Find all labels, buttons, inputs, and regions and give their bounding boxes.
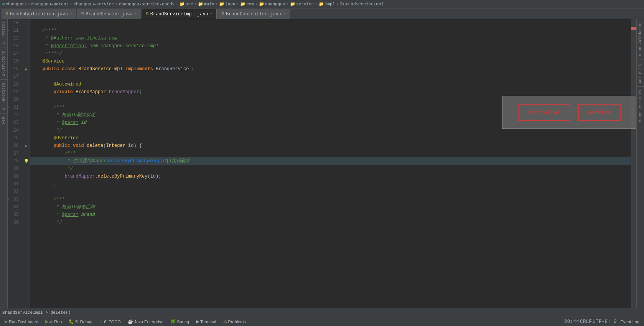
tab-bar: © GoodsApplication.java × © BrandService… xyxy=(0,8,644,19)
tab-goodsapplication-close[interactable]: × xyxy=(70,12,72,16)
line-num-35: 35 xyxy=(8,211,20,219)
todo-label: 6: TODO xyxy=(104,319,121,324)
line-num-18: 18 xyxy=(8,81,20,88)
web-panel-label[interactable]: Web xyxy=(1,115,7,126)
status-encoding: CRLF xyxy=(580,319,592,324)
line-num-15: 15 xyxy=(8,58,20,65)
code-line-10 xyxy=(30,19,631,27)
run-icon: ▶ xyxy=(45,319,48,324)
tab-goodsapplication[interactable]: © GoodsApplication.java × xyxy=(2,9,76,19)
run-icon-16[interactable]: ▶ xyxy=(25,67,28,72)
tab-brandcontroller[interactable]: © BrandController.java × xyxy=(217,9,290,19)
run-dashboard-label: Run Dashboard xyxy=(9,319,38,324)
line-num-28: 28 xyxy=(8,157,20,165)
breadcrumb-com[interactable]: com xyxy=(246,2,254,7)
spring-label: Spring xyxy=(177,319,189,324)
java-enterprise-label: Java Enterprise xyxy=(134,319,163,324)
code-line-18: @Autowired xyxy=(30,81,631,88)
breadcrumb-changgou[interactable]: changgou xyxy=(6,2,26,7)
code-line-15: @Service xyxy=(30,58,631,65)
run-label: 4: Run xyxy=(49,319,62,324)
line-num-36: 36 xyxy=(8,219,20,226)
tab-brandservice[interactable]: © BrandService.java × xyxy=(77,9,141,19)
breadcrumb-service[interactable]: service xyxy=(296,2,314,7)
breadcrumb-main[interactable]: main xyxy=(204,2,214,7)
code-line-16: public class BrandServiceImpl implements… xyxy=(30,65,631,73)
terminal-label: Terminal xyxy=(200,319,216,324)
line-num-21: ▷21 xyxy=(8,104,20,111)
debug-button[interactable]: 🐛 5: Debug xyxy=(66,318,96,326)
problems-label: Problems xyxy=(228,319,246,324)
breadcrumb-java[interactable]: java xyxy=(225,2,235,7)
right-scrollbar[interactable] xyxy=(631,19,636,308)
tab-goodsapplication-icon: © xyxy=(6,12,8,16)
tab-brandserviceimpl-icon: © xyxy=(146,12,148,16)
tab-brandservice-close[interactable]: × xyxy=(135,12,137,16)
code-lines[interactable]: /**** * @Author: www.itheima.com * @Desc… xyxy=(30,19,631,308)
terminal-button[interactable]: ▶ Terminal xyxy=(193,318,219,326)
status-position: 28:44 xyxy=(564,319,579,324)
service-button[interactable]: Service xyxy=(578,104,621,121)
breadcrumb-changgou-service-goods[interactable]: changgou-service-goods xyxy=(119,2,175,7)
controller-button[interactable]: Controller xyxy=(518,104,570,121)
ant-build-label[interactable]: Ant Build xyxy=(637,60,643,86)
problems-icon: ⚠ xyxy=(223,319,227,324)
tab-brandservice-label: BrandService.java xyxy=(86,12,132,17)
line-num-20: 20 xyxy=(8,96,20,104)
cursor-position: 28:44 xyxy=(564,319,579,324)
file-breadcrumb: BrandServiceImpl > delete() xyxy=(0,308,644,317)
bean-validation-label[interactable]: Bean Validation xyxy=(637,19,643,58)
event-log-button[interactable]: Event Log xyxy=(617,318,642,326)
breadcrumb-brandserviceimpl[interactable]: BrandServiceImpl xyxy=(343,2,384,7)
warn-icon-28[interactable]: 💡 xyxy=(24,159,29,164)
debug-icon: 🐛 xyxy=(69,319,74,324)
todo-icon: ✓ xyxy=(99,319,103,324)
problems-button[interactable]: ⚠ Problems xyxy=(220,318,249,326)
breadcrumb-src[interactable]: src xyxy=(186,2,193,7)
breadcrumb-bar: ⊕ changgou › changgou-parent › changgou-… xyxy=(0,0,644,8)
editor-area: 10 ▷11 12 13 14 15 16 17 18 19 20 ▷21 22… xyxy=(8,19,636,308)
line-num-23: 23 xyxy=(8,119,20,127)
todo-button[interactable]: ✓ 6: TODO xyxy=(96,318,124,326)
run-icon-26[interactable]: ▶ xyxy=(25,143,28,148)
code-line-14: *****/ xyxy=(30,50,631,58)
code-line-26: public void delete(Integer id) { xyxy=(30,142,631,150)
tab-goodsapplication-label: GoodsApplication.java xyxy=(10,12,68,17)
breadcrumb-changgou-parent[interactable]: changgou-parent xyxy=(31,2,69,7)
maven-projects-label[interactable]: Maven Projects xyxy=(637,87,643,124)
line-ending: CRLF xyxy=(580,319,592,324)
structure-panel-label[interactable]: Z-Structure xyxy=(1,49,7,79)
favorites-panel-label[interactable]: 2: Favorites xyxy=(1,81,7,113)
tab-brandcontroller-close[interactable]: × xyxy=(283,12,285,16)
breadcrumb-git-icon: ⊕ xyxy=(2,2,5,7)
run-button[interactable]: ▶ 4: Run xyxy=(42,318,65,326)
tab-brandserviceimpl-close[interactable]: × xyxy=(210,12,212,16)
breadcrumb-changgou-service[interactable]: changgou-service xyxy=(74,2,114,7)
status-charset: UTF-8: ∂ xyxy=(593,319,616,324)
line-num-30: 30 xyxy=(8,173,20,180)
line-num-13: 13 xyxy=(8,42,20,50)
breadcrumb-impl[interactable]: impl xyxy=(325,2,335,7)
code-line-27: /*** xyxy=(30,150,631,157)
java-enterprise-button[interactable]: ☕ Java Enterprise xyxy=(125,318,166,326)
code-line-36: */ xyxy=(30,219,631,226)
code-line-29: */ xyxy=(30,165,631,173)
code-line-25: @Override xyxy=(30,134,631,142)
java-enterprise-icon: ☕ xyxy=(128,319,133,324)
line-num-24: 24 xyxy=(8,127,20,134)
line-num-14: 14 xyxy=(8,50,20,58)
line-num-26: 26 xyxy=(8,142,20,150)
tab-brandserviceimpl[interactable]: © BrandServiceImpl.java × xyxy=(142,9,217,19)
project-panel-label[interactable]: 1: Project xyxy=(1,19,7,47)
line-numbers: 10 ▷11 12 13 14 15 16 17 18 19 20 ▷21 22… xyxy=(8,19,23,308)
line-num-27: 27 xyxy=(8,150,20,157)
code-line-28: * 使用通用MapperdeleteByPrimaryKey(id|)实现删除 xyxy=(30,157,631,165)
run-dashboard-button[interactable]: ▶ Run Dashboard xyxy=(2,318,41,326)
terminal-icon: ▶ xyxy=(196,319,199,324)
run-dashboard-icon: ▶ xyxy=(5,319,8,324)
tab-brandserviceimpl-label: BrandServiceImpl.java xyxy=(150,12,208,17)
tab-brandcontroller-icon: © xyxy=(222,12,224,16)
gutter-icons: ▶ ▶ 💡 xyxy=(23,19,30,308)
spring-button[interactable]: 🌿 Spring xyxy=(167,318,192,326)
breadcrumb-changgou2[interactable]: changgou xyxy=(265,2,285,7)
